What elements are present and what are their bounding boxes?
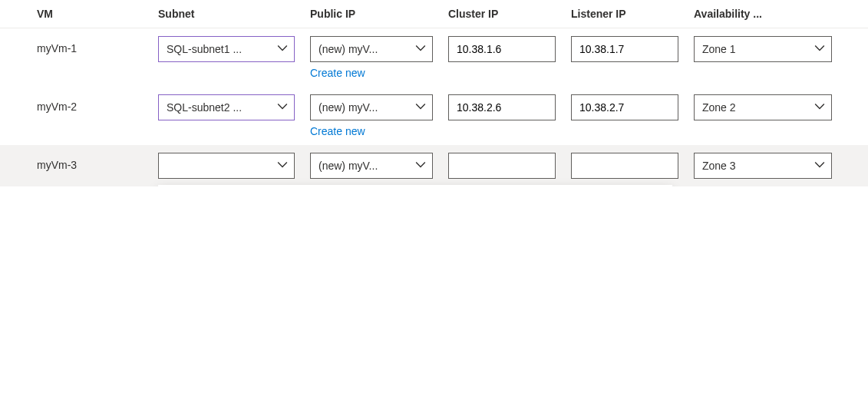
- listenerip-input[interactable]: [571, 153, 678, 179]
- table-row: myVm-1 SQL-subnet1 ... (new) myV... Crea…: [0, 28, 868, 87]
- vm-name: myVm-3: [37, 153, 158, 171]
- chevron-down-icon: [277, 43, 288, 56]
- chevron-down-icon: [415, 101, 426, 114]
- chevron-down-icon: [814, 160, 825, 173]
- listenerip-input[interactable]: [571, 94, 678, 120]
- chevron-down-icon: [814, 101, 825, 114]
- subnet-value: SQL-subnet1 ...: [167, 43, 242, 55]
- availability-value: Zone 3: [702, 160, 736, 172]
- clusterip-input[interactable]: [448, 153, 556, 179]
- header-subnet: Subnet: [158, 8, 310, 20]
- chevron-down-icon: [415, 160, 426, 173]
- vm-config-table: VM Subnet Public IP Cluster IP Listener …: [0, 0, 868, 186]
- header-clusterip: Cluster IP: [448, 8, 571, 20]
- availability-value: Zone 2: [702, 101, 736, 114]
- availability-dropdown[interactable]: Zone 3: [694, 153, 832, 179]
- publicip-dropdown[interactable]: (new) myV...: [310, 36, 433, 62]
- header-availability: Availability ...: [694, 8, 832, 20]
- publicip-dropdown[interactable]: (new) myV...: [310, 94, 433, 120]
- availability-dropdown[interactable]: Zone 1: [694, 36, 832, 62]
- table-row: myVm-2 SQL-subnet2 ... (new) myV... Crea…: [0, 87, 868, 145]
- availability-value: Zone 1: [702, 43, 736, 55]
- subnet-value: SQL-subnet2 ...: [167, 101, 242, 114]
- publicip-value: (new) myV...: [318, 160, 378, 172]
- vm-name: myVm-2: [37, 94, 158, 113]
- subnet-dropdown[interactable]: [158, 153, 295, 179]
- clusterip-input[interactable]: [448, 94, 556, 120]
- chevron-down-icon: [814, 43, 825, 56]
- publicip-value: (new) myV...: [318, 101, 378, 114]
- subnet-dropdown[interactable]: SQL-subnet2 ...: [158, 94, 295, 120]
- chevron-down-icon: [415, 43, 426, 56]
- header-publicip: Public IP: [310, 8, 448, 20]
- listenerip-input[interactable]: [571, 36, 678, 62]
- subnet-dropdown-popup: DC-subnet (10.38.0.0/24) SQL-subnet1 (10…: [158, 185, 672, 186]
- clusterip-input[interactable]: [448, 36, 556, 62]
- header-vm: VM: [37, 8, 158, 20]
- availability-dropdown[interactable]: Zone 2: [694, 94, 832, 120]
- create-new-link[interactable]: Create new: [310, 67, 365, 79]
- header-listenerip: Listener IP: [571, 8, 694, 20]
- table-header: VM Subnet Public IP Cluster IP Listener …: [0, 0, 868, 28]
- subnet-dropdown[interactable]: SQL-subnet1 ...: [158, 36, 295, 62]
- publicip-dropdown[interactable]: (new) myV...: [310, 153, 433, 179]
- chevron-down-icon: [277, 160, 288, 173]
- vm-name: myVm-1: [37, 36, 158, 54]
- chevron-down-icon: [277, 101, 288, 114]
- create-new-link[interactable]: Create new: [310, 125, 365, 137]
- table-row: myVm-3 (new) myV... Zone 3: [0, 145, 868, 186]
- publicip-value: (new) myV...: [318, 43, 378, 55]
